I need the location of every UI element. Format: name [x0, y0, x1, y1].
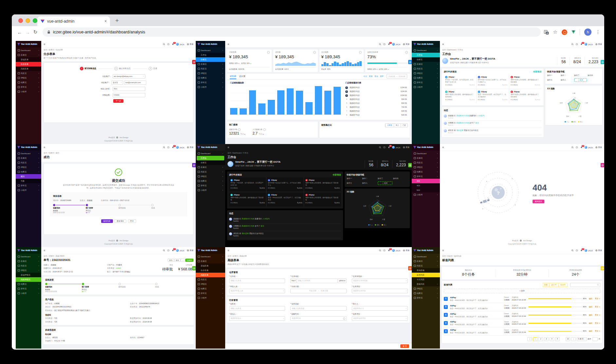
add-item-button[interactable]: + 添加	[444, 289, 600, 293]
activity-link[interactable]: 八月迭代	[477, 115, 484, 117]
quick-op-link[interactable]: 操作二	[561, 74, 573, 77]
task-row[interactable]: 支 AliPay那是一种内在的东西，他们到达不了，也无法触及的 Owner付晓晓…	[444, 303, 600, 311]
project-card[interactable]: AAlipay城镇中有那么多的酒馆，她却偏偏走进了我的酒馆科学搬砖组9小时前	[304, 177, 341, 192]
edit-link[interactable]: 编辑	[589, 306, 592, 308]
notification-bell-icon[interactable]: 12	[172, 43, 174, 46]
legend-item[interactable]: 团队	[571, 121, 576, 123]
info-icon[interactable]: i	[263, 128, 266, 131]
footer-link-antd[interactable]: Ant Design	[119, 240, 128, 242]
project-card[interactable]: AAlipay希望是一个好东西，也许是最好的，好东西是不会消亡的科学搬砖组9小时…	[229, 177, 266, 192]
form-control[interactable]: 请选择审批人员∨	[229, 289, 285, 293]
sidebar-item[interactable]: 结果页∨	[196, 286, 225, 291]
sidebar-collapse-icon[interactable]: ≡	[227, 145, 229, 149]
sidebar-item[interactable]: 分析页	[196, 57, 225, 62]
quick-op-link[interactable]: 操作二	[362, 177, 377, 180]
tab-sales[interactable]: 销售额	[230, 74, 236, 79]
sidebar-collapse-icon[interactable]: ≡	[44, 42, 45, 46]
search-icon[interactable]	[163, 146, 165, 149]
group-link[interactable]: 科学搬砖组	[511, 84, 518, 86]
sidebar-item[interactable]: 基础表单	[196, 264, 225, 268]
help-icon[interactable]: ?	[167, 43, 170, 46]
notification-bell-icon[interactable]: 12	[580, 43, 583, 46]
help-icon[interactable]: ?	[383, 249, 386, 252]
sidebar-item[interactable]: 详情页∨	[412, 286, 440, 291]
quick-op-link[interactable]: 操作六	[362, 182, 377, 184]
form-control[interactable]: 开始日期 ~ 结束日期∨	[290, 289, 346, 293]
project-card[interactable]: AAlipay城镇中有那么多的酒馆，她却偏偏走进了我的酒馆科学搬砖组9小时前	[509, 89, 542, 103]
more-link[interactable]: 更多 ∨	[595, 314, 600, 316]
back-home-button[interactable]: 返回首页	[533, 200, 544, 203]
quick-op-link[interactable]: 操作一	[347, 177, 361, 180]
sidebar-item[interactable]: 小组件∨	[16, 188, 41, 192]
sidebar-item[interactable]: 列表页∧	[412, 264, 440, 268]
sidebar-collapse-icon[interactable]: ≡	[442, 248, 444, 252]
notification-bell-icon[interactable]: 12	[580, 146, 583, 149]
action-button[interactable]: 操作	[174, 259, 181, 262]
search-icon[interactable]	[379, 249, 381, 252]
sidebar-item[interactable]: Dashboard∨	[412, 151, 440, 156]
sidebar-item[interactable]: 详情页∨	[196, 174, 225, 179]
help-icon[interactable]: ?	[383, 43, 386, 46]
theme-settings-gear[interactable]	[192, 60, 196, 64]
footer-link-home[interactable]: Pro首页	[512, 240, 519, 242]
sidebar-item[interactable]: 基础表单	[16, 57, 41, 62]
project-card[interactable]: AAlipay城镇中有那么多的酒馆，她却偏偏走进了我的酒馆科学搬砖组9小时前	[229, 192, 266, 207]
quick-op-link[interactable]: 操作六	[561, 79, 573, 81]
sidebar-item[interactable]: 查询表格	[412, 268, 440, 273]
task-row[interactable]: 支 AliPay那是一种内在的东西，他们到达不了，也无法触及的 Owner付晓晓…	[444, 319, 600, 327]
user-menu[interactable]: JACK	[392, 249, 400, 252]
language-switcher[interactable]: 简体	[187, 43, 194, 46]
search-icon[interactable]	[163, 249, 165, 252]
help-icon[interactable]: ?	[167, 249, 170, 252]
sidebar-item[interactable]: 列表页∨	[196, 277, 225, 282]
search-icon[interactable]	[163, 43, 165, 46]
submit-button[interactable]: 提 交	[400, 344, 409, 348]
sidebar-item[interactable]: 结果页∨	[196, 179, 225, 183]
sidebar-item[interactable]: 列表页∨	[16, 160, 41, 165]
user-menu[interactable]: JACK	[176, 146, 184, 149]
sidebar-collapse-icon[interactable]: ≡	[227, 42, 229, 46]
theme-settings-gear[interactable]	[192, 163, 196, 167]
app-logo[interactable]: Vue Antd Admin	[196, 144, 225, 151]
sidebar-item[interactable]: 列表页∨	[196, 66, 225, 71]
form-control[interactable]: 请选择仓库管理员∨	[352, 279, 408, 283]
edit-link[interactable]: 编辑	[589, 330, 592, 332]
app-logo[interactable]: Vue Antd Admin	[412, 41, 440, 47]
sidebar-item[interactable]: 卡片列表	[412, 277, 440, 282]
add-op-button[interactable]: + 添加	[378, 181, 392, 185]
group-link[interactable]: 科学搬砖组	[268, 202, 275, 204]
bar[interactable]	[296, 91, 303, 115]
form-control[interactable]: 请选择仓库类型∨	[352, 289, 408, 293]
back-button[interactable]: ←	[16, 29, 24, 35]
sidebar-item[interactable]: 分步表单	[16, 62, 41, 66]
breadcrumb[interactable]: 首页 / 表单页 / 高级表单	[227, 255, 409, 257]
sidebar-item[interactable]: 分析页	[196, 160, 225, 165]
notification-bell-icon[interactable]: 12	[580, 249, 583, 252]
breadcrumb[interactable]: 首页 / 详情页 / 高级详情页	[44, 255, 193, 257]
info-icon[interactable]: i	[313, 51, 316, 54]
footer-link-antd[interactable]: Ant Design	[523, 240, 532, 242]
user-menu[interactable]: JACK	[176, 43, 184, 46]
channel-tab[interactable]: 门店	[401, 124, 408, 127]
page-button[interactable]: 1	[533, 337, 537, 341]
all-projects-link[interactable]: 全部项目	[533, 70, 542, 73]
bookmark-star-icon[interactable]: ☆	[553, 29, 557, 35]
language-switcher[interactable]: 简体	[595, 43, 602, 46]
theme-settings-gear[interactable]	[408, 60, 412, 64]
group-link[interactable]: 科学搬砖组	[230, 202, 238, 204]
sidebar-item[interactable]: 列表页∨	[16, 264, 41, 268]
sidebar-item[interactable]: Dashboard∨	[16, 254, 41, 259]
sidebar-item[interactable]: 结果页∨	[412, 76, 440, 80]
edit-link[interactable]: 编辑	[589, 314, 592, 316]
sidebar-item[interactable]: 列表页∨	[412, 66, 440, 71]
address-bar[interactable]: iczer.gitee.io/vue-antd-admin/#/dashboar…	[43, 27, 541, 37]
activity-link[interactable]: 项目进展	[456, 129, 463, 131]
app-logo[interactable]: Vue Antd Admin	[16, 41, 41, 47]
result-button[interactable]: 返回列表	[101, 219, 113, 223]
sidebar-item[interactable]: 高级表单	[16, 66, 41, 71]
amount-input[interactable]: ¥ 5000	[113, 93, 145, 97]
range-link[interactable]: 本年	[380, 75, 384, 78]
payee-account-input[interactable]: test@example.com	[124, 81, 146, 85]
page-button[interactable]: 5	[555, 337, 560, 341]
sidebar-item[interactable]: 工作台	[196, 53, 225, 57]
